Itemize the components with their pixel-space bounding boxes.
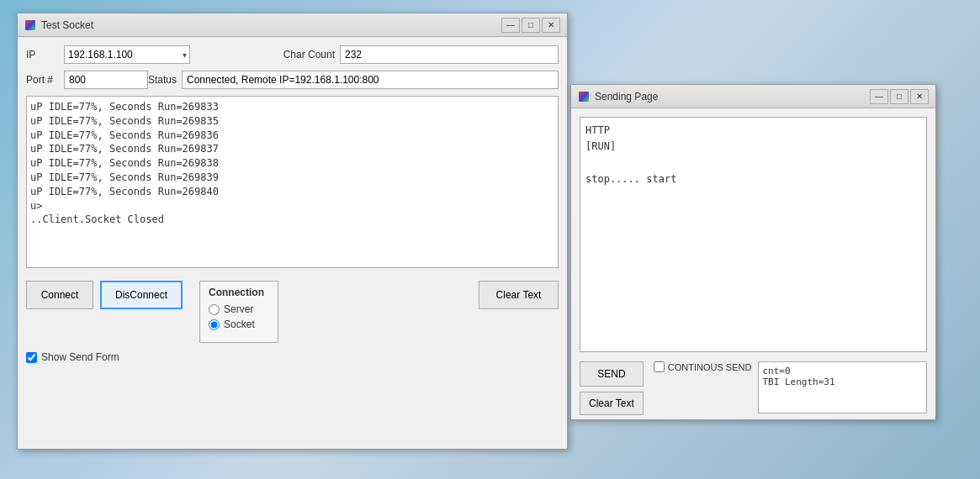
- send-btn[interactable]: SEND: [580, 361, 644, 387]
- radio-server[interactable]: [209, 304, 220, 315]
- continuous-send-row: CONTINOUS SEND: [654, 361, 752, 372]
- connection-group: Connection Server Socket: [199, 281, 278, 343]
- radio-socket-row: Socket: [209, 318, 264, 330]
- main-title-icon: [24, 19, 36, 31]
- char-count-label: Char Count: [283, 49, 335, 61]
- ip-char-row: IP 192.168.1.100 Char Count: [26, 45, 559, 64]
- send-controls-left: SEND Clear Text: [580, 361, 644, 415]
- main-window: Test Socket — □ ✕ IP 192.168.1.100 Char …: [17, 13, 568, 450]
- buttons-row: Connect DisConnect Connection Server Soc…: [26, 281, 559, 343]
- send-title-icon: [578, 91, 590, 103]
- send-window-controls: — □ ✕: [870, 89, 929, 104]
- ip-select[interactable]: 192.168.1.100: [64, 45, 190, 64]
- send-window-title: Sending Page: [595, 91, 870, 103]
- main-minimize-btn[interactable]: —: [501, 18, 520, 33]
- status-label: Status: [148, 74, 177, 86]
- send-window-body: HTTP [RUN] stop..... start SEND Clear Te…: [571, 108, 935, 424]
- radio-server-label: Server: [224, 303, 253, 315]
- send-window: Sending Page — □ ✕ HTTP [RUN] stop..... …: [570, 84, 936, 420]
- main-maximize-btn[interactable]: □: [522, 18, 540, 33]
- disconnect-btn[interactable]: DisConnect: [100, 281, 183, 309]
- show-send-form-label: Show Send Form: [41, 351, 119, 363]
- main-window-body: IP 192.168.1.100 Char Count Port # Statu…: [18, 37, 567, 371]
- send-textarea[interactable]: HTTP [RUN] stop..... start: [580, 117, 927, 352]
- radio-socket[interactable]: [209, 319, 220, 330]
- connect-btn[interactable]: Connect: [26, 281, 93, 309]
- clear-text-btn[interactable]: Clear Text: [479, 281, 559, 309]
- port-status-row: Port # Status: [26, 71, 559, 89]
- ip-label: IP: [26, 49, 64, 61]
- log-textarea[interactable]: uP IDLE=77%, Seconds Run=269833 uP IDLE=…: [26, 96, 559, 268]
- main-window-title: Test Socket: [41, 19, 501, 31]
- continuous-send-label: CONTINOUS SEND: [668, 362, 752, 372]
- continuous-send-checkbox[interactable]: [654, 361, 665, 372]
- show-send-form-row: Show Send Form: [26, 351, 559, 363]
- char-count-input[interactable]: [340, 45, 559, 64]
- status-input[interactable]: [182, 71, 559, 89]
- send-titlebar[interactable]: Sending Page — □ ✕: [571, 85, 935, 108]
- port-input[interactable]: [64, 71, 148, 89]
- send-minimize-btn[interactable]: —: [870, 89, 888, 104]
- main-close-btn[interactable]: ✕: [542, 18, 560, 33]
- send-maximize-btn[interactable]: □: [890, 89, 908, 104]
- show-send-form-checkbox[interactable]: [26, 352, 37, 363]
- ip-select-wrapper: 192.168.1.100: [64, 45, 190, 64]
- main-titlebar[interactable]: Test Socket — □ ✕: [18, 13, 567, 37]
- send-clear-text-btn[interactable]: Clear Text: [580, 392, 644, 415]
- radio-socket-label: Socket: [224, 318, 255, 330]
- info-textarea[interactable]: cnt=0 TBI Length=31: [758, 361, 927, 413]
- main-window-controls: — □ ✕: [501, 18, 560, 33]
- send-close-btn[interactable]: ✕: [910, 89, 929, 104]
- send-controls-middle: CONTINOUS SEND: [654, 361, 752, 372]
- port-label: Port #: [26, 74, 64, 86]
- send-bottom-row: SEND Clear Text CONTINOUS SEND cnt=0 TBI…: [580, 361, 927, 415]
- connection-title: Connection: [209, 287, 264, 298]
- radio-server-row: Server: [209, 303, 264, 315]
